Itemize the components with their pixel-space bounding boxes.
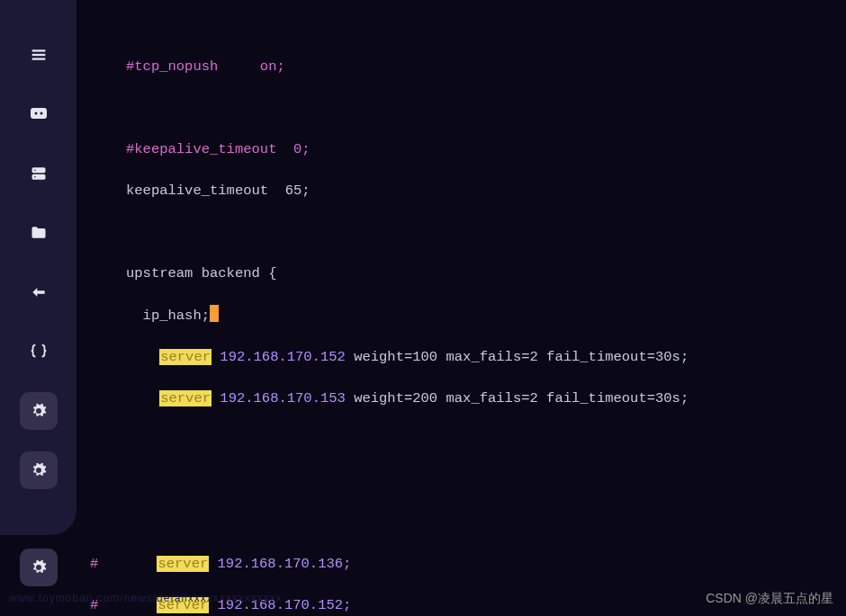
svg-rect-7 [32, 174, 45, 180]
highlight: server [157, 556, 209, 572]
svg-point-4 [34, 112, 37, 115]
arrow-icon[interactable] [20, 273, 58, 311]
code-text: #tcp_nopush on; [126, 58, 285, 75]
highlight: server [159, 349, 212, 365]
braces-icon[interactable] [20, 333, 58, 370]
highlight: server [159, 390, 212, 406]
watermark: CSDN @凌晨五点的星 [706, 588, 833, 609]
code-text: #keepalive_timeout 0; [126, 141, 310, 157]
svg-rect-6 [32, 167, 45, 173]
sidebar [0, 0, 76, 535]
gear-icon-2[interactable] [20, 451, 58, 489]
gear-icon-3[interactable] [20, 549, 58, 586]
svg-rect-3 [31, 108, 47, 119]
code-text: weight=200 max_fails=2 fail_timeout=30s; [346, 390, 688, 406]
svg-point-5 [40, 112, 42, 115]
code-text: 192.168.170.136; [209, 556, 351, 572]
code-text: # [90, 556, 157, 572]
footer-text: www.toymoban.com/news/detailxxxxxxxxxxxx… [9, 588, 283, 609]
menu-icon[interactable] [20, 36, 58, 74]
chat-icon[interactable] [20, 95, 58, 133]
svg-point-8 [34, 169, 36, 171]
folder-icon[interactable] [20, 214, 58, 252]
code-text: ip_hash; [126, 308, 210, 324]
code-text: upstream backend { [126, 265, 276, 281]
code-text: keepalive_timeout [126, 183, 285, 199]
gear-icon-1[interactable] [20, 392, 58, 430]
server-icon[interactable] [20, 155, 58, 192]
cursor [210, 305, 219, 322]
svg-point-9 [34, 176, 36, 178]
code-editor[interactable]: #tcp_nopush on; #keepalive_timeout 0; ke… [76, 0, 846, 616]
code-text: 192.168.170.152 [212, 349, 346, 365]
code-text: 65; [285, 183, 310, 199]
code-text: 192.168.170.153 [212, 390, 346, 406]
code-text: weight=100 max_fails=2 fail_timeout=30s; [346, 349, 688, 365]
